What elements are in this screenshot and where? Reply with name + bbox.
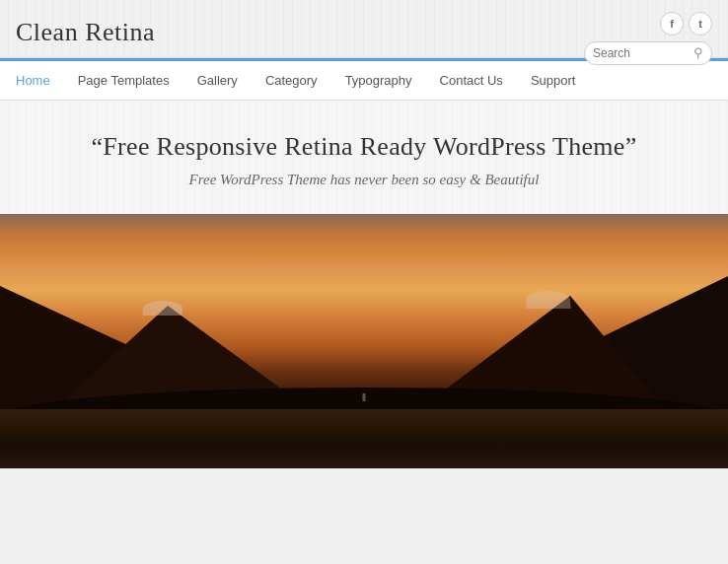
facebook-icon[interactable]: f <box>660 12 684 35</box>
hero-image <box>0 214 728 468</box>
header-right: f t ⚲ <box>584 12 712 65</box>
hero-title: “Free Responsive Retina Ready WordPress … <box>20 132 708 162</box>
nav-item-contact-us[interactable]: Contact Us <box>426 61 517 100</box>
snow-cap-left <box>142 301 182 316</box>
water <box>0 409 728 468</box>
nav-list: Home Page Templates Gallery Category Typ… <box>16 61 712 100</box>
nav-item-page-templates[interactable]: Page Templates <box>64 61 183 100</box>
nav-item-support[interactable]: Support <box>517 61 590 100</box>
nav-item-home[interactable]: Home <box>16 61 64 100</box>
twitter-icon[interactable]: t <box>689 12 712 35</box>
hero-section: “Free Responsive Retina Ready WordPress … <box>0 101 728 214</box>
social-icons: f t <box>660 12 712 35</box>
nav-item-category[interactable]: Category <box>252 61 331 100</box>
search-box[interactable]: ⚲ <box>584 41 712 65</box>
boat <box>363 393 366 401</box>
landscape-bg <box>0 214 728 468</box>
snow-cap-right <box>525 291 571 309</box>
nav-item-typography[interactable]: Typography <box>331 61 426 100</box>
hero-subtitle: Free WordPress Theme has never been so e… <box>20 172 708 188</box>
search-input[interactable] <box>593 46 692 60</box>
nav-item-gallery[interactable]: Gallery <box>183 61 252 100</box>
search-icon: ⚲ <box>693 45 703 61</box>
site-header: Clean Retina f t ⚲ <box>0 0 728 58</box>
